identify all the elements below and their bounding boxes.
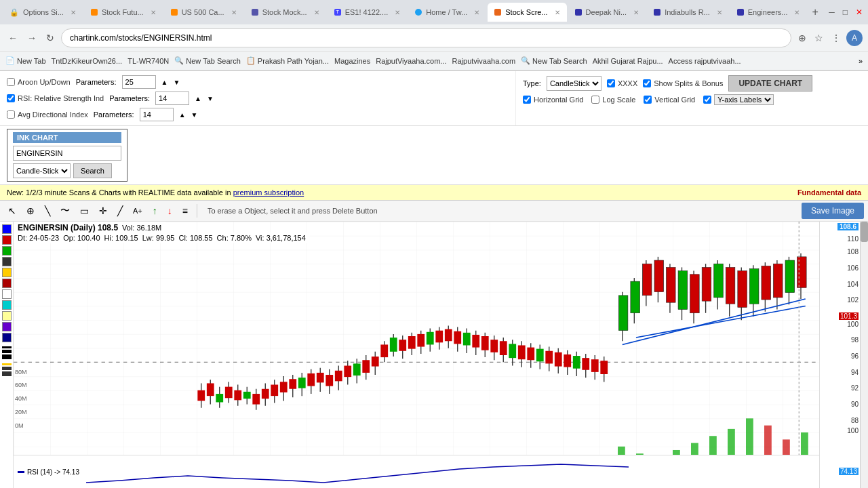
color-blue[interactable]	[2, 224, 12, 234]
adc-param-down[interactable]: ▼	[191, 111, 198, 119]
bookmark-prakash[interactable]: 📋 Prakash Path Yojan...	[246, 56, 329, 65]
log-scale-checkbox[interactable]	[591, 96, 599, 104]
fundamental-data-link[interactable]: Fundamental data	[797, 188, 861, 197]
vert-grid-checkbox[interactable]	[644, 96, 652, 104]
ink-chart-type-select[interactable]: Candle-Stick Line Bar	[13, 163, 71, 178]
horizontal-line-tool[interactable]: ≡	[178, 203, 192, 218]
bookmark-access[interactable]: Access rajputvivaah...	[669, 57, 741, 65]
tab-us500[interactable]: US 500 Ca... ✕	[164, 3, 243, 22]
symbol-input[interactable]	[13, 146, 121, 161]
param-arrow-down[interactable]: ▼	[173, 79, 180, 86]
update-chart-button[interactable]: UPDATE CHART	[728, 75, 812, 92]
horiz-grid-label[interactable]: Horizontal Grid	[523, 96, 583, 104]
profile-button[interactable]: A	[846, 30, 863, 46]
tab-engineers[interactable]: Engineers... ✕	[730, 3, 807, 22]
tab-stock-futures[interactable]: Stock Futu... ✕	[84, 3, 163, 22]
reload-button[interactable]: ↻	[43, 30, 57, 46]
up-arrow-tool[interactable]: ↑	[149, 203, 161, 218]
close-button[interactable]: ✕	[853, 5, 865, 20]
line-medium[interactable]	[2, 350, 12, 353]
y-axis-checkbox[interactable]	[703, 96, 711, 104]
tab-indiabulls[interactable]: Indiabulls R... ✕	[647, 3, 729, 22]
text-tool[interactable]: A+	[129, 205, 146, 217]
color-green[interactable]	[2, 246, 12, 256]
search-button[interactable]: Search	[73, 163, 112, 178]
aroon-param-input[interactable]	[122, 75, 156, 89]
bookmark-rajput[interactable]: RajputViyaaha.com...	[376, 57, 446, 65]
tab-close-icon[interactable]: ✕	[633, 9, 639, 16]
aroon-checkbox[interactable]	[7, 78, 15, 86]
tab-close-icon[interactable]: ✕	[717, 9, 722, 16]
color-yellow-dark[interactable]	[2, 268, 12, 277]
xxxx-checkbox[interactable]	[607, 79, 615, 87]
color-purple[interactable]	[2, 322, 12, 331]
line-dark-medium[interactable]	[2, 367, 12, 370]
maximize-button[interactable]: □	[840, 5, 850, 20]
rsi-param-down[interactable]: ▼	[207, 95, 214, 102]
y-axis-label[interactable]: Y-axis Labels	[703, 94, 774, 105]
rsi-param-up[interactable]: ▲	[195, 95, 201, 102]
crosshair-tool[interactable]: ⊕	[22, 203, 39, 218]
line-yellow-thin[interactable]	[2, 363, 12, 365]
tab-es1[interactable]: T ES1! 4122.... ✕	[328, 3, 408, 22]
line-thick[interactable]	[2, 354, 12, 359]
bookmark-tl[interactable]: TL-WR740N	[127, 57, 169, 65]
bookmarks-more[interactable]: »	[859, 57, 863, 65]
forward-button[interactable]: →	[24, 30, 39, 46]
scrollbar-right[interactable]	[860, 222, 868, 488]
diagonal-tool[interactable]: ╱	[113, 203, 127, 218]
minimize-button[interactable]: ─	[826, 5, 837, 20]
tab-close-icon[interactable]: ✕	[151, 9, 156, 16]
color-dark[interactable]	[2, 257, 12, 266]
extensions-button[interactable]: ⊕	[795, 30, 809, 46]
bookmark-rajputvivaaha[interactable]: Rajputvivaaha.com	[452, 57, 516, 65]
tab-deepak[interactable]: Deepak Ni... ✕	[568, 3, 646, 22]
color-lightyellow[interactable]	[2, 311, 12, 321]
tab-close-icon[interactable]: ✕	[794, 9, 800, 16]
bookmark-tnt[interactable]: TntDzKikeurOwn26...	[52, 57, 123, 65]
bookmark-magazines[interactable]: Magazines	[334, 57, 370, 65]
rsi-param-input[interactable]	[155, 92, 189, 105]
bookmark-newtabsearch[interactable]: 🔍 New Tab Search	[174, 56, 241, 65]
tab-twitter[interactable]: Home / Tw... ✕	[408, 3, 486, 22]
bookmark-newtab[interactable]: 📄 New Tab	[5, 56, 46, 65]
back-button[interactable]: ←	[5, 30, 20, 46]
down-arrow-tool[interactable]: ↓	[163, 203, 176, 218]
line-dark-thick[interactable]	[2, 371, 12, 376]
adc-param-input[interactable]	[140, 108, 174, 121]
param-arrow-up[interactable]: ▲	[161, 79, 168, 86]
color-darkred[interactable]	[2, 279, 12, 288]
line-thin[interactable]	[2, 346, 12, 348]
y-axis-select[interactable]: Y-axis Labels	[714, 94, 774, 105]
tab-options[interactable]: 🔒 Options Si... ✕	[3, 3, 83, 22]
more-button[interactable]: ⋮	[829, 30, 844, 46]
tab-close-icon[interactable]: ✕	[474, 9, 479, 16]
tab-close-icon[interactable]: ✕	[555, 9, 560, 16]
show-splits-checkbox[interactable]	[643, 79, 651, 87]
vert-grid-label[interactable]: Vertical Grid	[644, 96, 695, 104]
log-scale-label[interactable]: Log Scale	[591, 96, 635, 104]
chart-type-select[interactable]: CandleStick Line Bar OHLC	[547, 76, 601, 91]
bookmark-newtabsearch2[interactable]: 🔍 New Tab Search	[521, 56, 587, 65]
rsi-checkbox[interactable]	[7, 94, 15, 102]
tab-close-icon[interactable]: ✕	[395, 9, 400, 16]
show-splits-label[interactable]: Show Splits & Bonus	[643, 79, 723, 87]
color-red[interactable]	[2, 235, 12, 245]
rect-tool[interactable]: ▭	[76, 203, 93, 218]
color-cyan[interactable]	[2, 300, 12, 310]
curve-tool[interactable]: 〜	[56, 203, 74, 219]
aroon-checkbox-label[interactable]: Aroon Up/Down	[7, 78, 71, 86]
save-image-button[interactable]: Save Image	[802, 203, 864, 219]
color-darkblue[interactable]	[2, 333, 12, 342]
rsi-checkbox-label[interactable]: RSI: Relative Strength Ind	[7, 94, 104, 102]
tab-stock-mock[interactable]: Stock Mock... ✕	[245, 3, 326, 22]
tab-close-icon[interactable]: ✕	[71, 9, 76, 16]
tab-close-icon[interactable]: ✕	[314, 9, 319, 16]
scrollbar-thumb[interactable]	[861, 222, 868, 242]
horiz-grid-checkbox[interactable]	[523, 96, 531, 104]
line-tool[interactable]: ╲	[41, 203, 54, 218]
color-white[interactable]	[2, 289, 12, 299]
xxxx-checkbox-label[interactable]: XXXX	[607, 79, 637, 87]
select-tool[interactable]: ↖	[4, 203, 20, 218]
premium-link[interactable]: premium subscription	[233, 188, 304, 197]
